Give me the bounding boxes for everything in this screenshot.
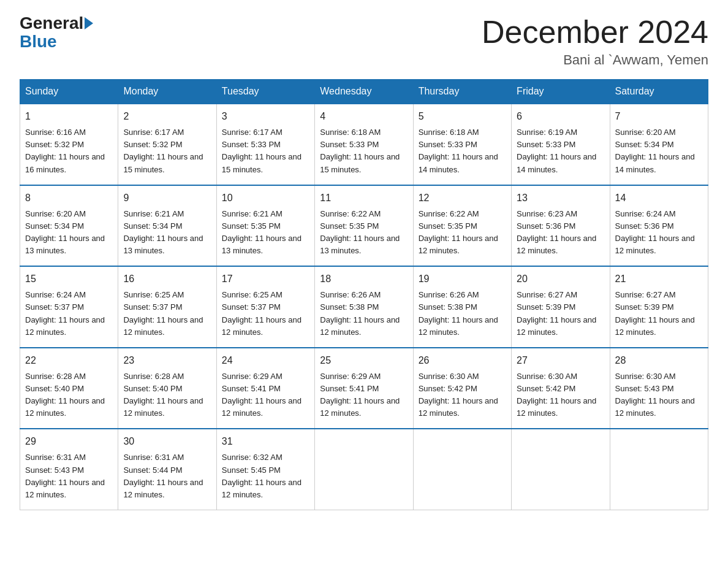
day-number: 31 bbox=[222, 434, 309, 449]
day-number: 10 bbox=[222, 191, 309, 205]
day-number: 17 bbox=[222, 272, 309, 286]
calendar-day-cell: 4 Sunrise: 6:18 AMSunset: 5:33 PMDayligh… bbox=[315, 104, 413, 185]
calendar-week-row: 8 Sunrise: 6:20 AMSunset: 5:34 PMDayligh… bbox=[20, 185, 708, 267]
calendar-day-cell: 10 Sunrise: 6:21 AMSunset: 5:35 PMDaylig… bbox=[216, 185, 314, 267]
title-area: December 2024 Bani al `Awwam, Yemen bbox=[482, 15, 708, 68]
day-info: Sunrise: 6:24 AMSunset: 5:36 PMDaylight:… bbox=[615, 209, 695, 255]
day-number: 4 bbox=[320, 109, 408, 124]
day-info: Sunrise: 6:31 AMSunset: 5:43 PMDaylight:… bbox=[25, 453, 105, 499]
calendar-day-cell bbox=[315, 429, 413, 510]
day-info: Sunrise: 6:25 AMSunset: 5:37 PMDaylight:… bbox=[222, 290, 301, 336]
day-info: Sunrise: 6:32 AMSunset: 5:45 PMDaylight:… bbox=[222, 453, 301, 499]
weekday-header-tuesday: Tuesday bbox=[216, 80, 314, 104]
weekday-header-monday: Monday bbox=[118, 80, 216, 104]
logo: General Blue bbox=[20, 15, 94, 52]
calendar-day-cell: 15 Sunrise: 6:24 AMSunset: 5:37 PMDaylig… bbox=[20, 266, 118, 348]
day-info: Sunrise: 6:20 AMSunset: 5:34 PMDaylight:… bbox=[25, 209, 105, 255]
day-info: Sunrise: 6:23 AMSunset: 5:36 PMDaylight:… bbox=[517, 209, 596, 255]
day-number: 28 bbox=[615, 353, 703, 368]
logo-blue-text: Blue bbox=[20, 32, 57, 52]
day-info: Sunrise: 6:31 AMSunset: 5:44 PMDaylight:… bbox=[123, 453, 203, 499]
day-info: Sunrise: 6:17 AMSunset: 5:33 PMDaylight:… bbox=[222, 128, 301, 174]
calendar-day-cell: 29 Sunrise: 6:31 AMSunset: 5:43 PMDaylig… bbox=[20, 429, 118, 510]
calendar-week-row: 29 Sunrise: 6:31 AMSunset: 5:43 PMDaylig… bbox=[20, 429, 708, 510]
day-number: 8 bbox=[25, 191, 113, 205]
day-info: Sunrise: 6:21 AMSunset: 5:35 PMDaylight:… bbox=[222, 209, 301, 255]
calendar-day-cell: 9 Sunrise: 6:21 AMSunset: 5:34 PMDayligh… bbox=[118, 185, 216, 267]
calendar-week-row: 15 Sunrise: 6:24 AMSunset: 5:37 PMDaylig… bbox=[20, 266, 708, 348]
day-info: Sunrise: 6:18 AMSunset: 5:33 PMDaylight:… bbox=[320, 128, 400, 174]
weekday-header-friday: Friday bbox=[512, 80, 610, 104]
calendar-day-cell bbox=[610, 429, 708, 510]
calendar-day-cell: 8 Sunrise: 6:20 AMSunset: 5:34 PMDayligh… bbox=[20, 185, 118, 267]
calendar-day-cell: 31 Sunrise: 6:32 AMSunset: 5:45 PMDaylig… bbox=[216, 429, 314, 510]
calendar-day-cell: 22 Sunrise: 6:28 AMSunset: 5:40 PMDaylig… bbox=[20, 348, 118, 429]
day-number: 24 bbox=[222, 353, 309, 368]
logo-arrow-icon bbox=[85, 17, 93, 29]
day-number: 11 bbox=[320, 191, 408, 205]
calendar-day-cell: 20 Sunrise: 6:27 AMSunset: 5:39 PMDaylig… bbox=[512, 266, 610, 348]
day-number: 25 bbox=[320, 353, 408, 368]
day-number: 26 bbox=[419, 353, 506, 368]
calendar-day-cell: 30 Sunrise: 6:31 AMSunset: 5:44 PMDaylig… bbox=[118, 429, 216, 510]
calendar-day-cell: 18 Sunrise: 6:26 AMSunset: 5:38 PMDaylig… bbox=[315, 266, 413, 348]
calendar-day-cell: 5 Sunrise: 6:18 AMSunset: 5:33 PMDayligh… bbox=[413, 104, 511, 185]
calendar-week-row: 22 Sunrise: 6:28 AMSunset: 5:40 PMDaylig… bbox=[20, 348, 708, 429]
day-info: Sunrise: 6:30 AMSunset: 5:43 PMDaylight:… bbox=[615, 372, 695, 418]
day-info: Sunrise: 6:22 AMSunset: 5:35 PMDaylight:… bbox=[320, 209, 400, 255]
logo-general-text: General bbox=[20, 15, 83, 32]
location-subtitle: Bani al `Awwam, Yemen bbox=[482, 52, 708, 68]
weekday-header-sunday: Sunday bbox=[20, 80, 118, 104]
day-number: 30 bbox=[123, 434, 211, 449]
weekday-header-thursday: Thursday bbox=[413, 80, 511, 104]
calendar-day-cell bbox=[413, 429, 511, 510]
day-info: Sunrise: 6:27 AMSunset: 5:39 PMDaylight:… bbox=[615, 290, 695, 336]
calendar-day-cell: 13 Sunrise: 6:23 AMSunset: 5:36 PMDaylig… bbox=[512, 185, 610, 267]
weekday-header-wednesday: Wednesday bbox=[315, 80, 413, 104]
day-info: Sunrise: 6:30 AMSunset: 5:42 PMDaylight:… bbox=[419, 372, 498, 418]
calendar-day-cell: 25 Sunrise: 6:29 AMSunset: 5:41 PMDaylig… bbox=[315, 348, 413, 429]
day-number: 2 bbox=[123, 109, 211, 124]
calendar-day-cell: 16 Sunrise: 6:25 AMSunset: 5:37 PMDaylig… bbox=[118, 266, 216, 348]
calendar-day-cell: 2 Sunrise: 6:17 AMSunset: 5:32 PMDayligh… bbox=[118, 104, 216, 185]
day-number: 20 bbox=[517, 272, 604, 286]
calendar-day-cell: 26 Sunrise: 6:30 AMSunset: 5:42 PMDaylig… bbox=[413, 348, 511, 429]
day-info: Sunrise: 6:27 AMSunset: 5:39 PMDaylight:… bbox=[517, 290, 596, 336]
day-number: 23 bbox=[123, 353, 211, 368]
day-number: 1 bbox=[25, 109, 113, 124]
calendar-day-cell: 23 Sunrise: 6:28 AMSunset: 5:40 PMDaylig… bbox=[118, 348, 216, 429]
calendar-table: SundayMondayTuesdayWednesdayThursdayFrid… bbox=[20, 79, 708, 510]
calendar-day-cell: 27 Sunrise: 6:30 AMSunset: 5:42 PMDaylig… bbox=[512, 348, 610, 429]
day-number: 9 bbox=[123, 191, 211, 205]
day-info: Sunrise: 6:28 AMSunset: 5:40 PMDaylight:… bbox=[25, 372, 105, 418]
day-info: Sunrise: 6:20 AMSunset: 5:34 PMDaylight:… bbox=[615, 128, 695, 174]
day-info: Sunrise: 6:26 AMSunset: 5:38 PMDaylight:… bbox=[320, 290, 400, 336]
day-info: Sunrise: 6:29 AMSunset: 5:41 PMDaylight:… bbox=[222, 372, 301, 418]
day-number: 19 bbox=[419, 272, 506, 286]
day-number: 12 bbox=[419, 191, 506, 205]
day-number: 16 bbox=[123, 272, 211, 286]
calendar-day-cell bbox=[512, 429, 610, 510]
day-info: Sunrise: 6:28 AMSunset: 5:40 PMDaylight:… bbox=[123, 372, 203, 418]
calendar-day-cell: 1 Sunrise: 6:16 AMSunset: 5:32 PMDayligh… bbox=[20, 104, 118, 185]
calendar-day-cell: 24 Sunrise: 6:29 AMSunset: 5:41 PMDaylig… bbox=[216, 348, 314, 429]
calendar-day-cell: 14 Sunrise: 6:24 AMSunset: 5:36 PMDaylig… bbox=[610, 185, 708, 267]
day-number: 7 bbox=[615, 109, 703, 124]
day-number: 6 bbox=[517, 109, 604, 124]
weekday-header-row: SundayMondayTuesdayWednesdayThursdayFrid… bbox=[20, 80, 708, 104]
day-number: 27 bbox=[517, 353, 604, 368]
day-number: 5 bbox=[419, 109, 506, 124]
calendar-day-cell: 3 Sunrise: 6:17 AMSunset: 5:33 PMDayligh… bbox=[216, 104, 314, 185]
day-info: Sunrise: 6:21 AMSunset: 5:34 PMDaylight:… bbox=[123, 209, 203, 255]
calendar-day-cell: 19 Sunrise: 6:26 AMSunset: 5:38 PMDaylig… bbox=[413, 266, 511, 348]
day-number: 3 bbox=[222, 109, 309, 124]
day-info: Sunrise: 6:26 AMSunset: 5:38 PMDaylight:… bbox=[419, 290, 498, 336]
calendar-day-cell: 12 Sunrise: 6:22 AMSunset: 5:35 PMDaylig… bbox=[413, 185, 511, 267]
day-info: Sunrise: 6:22 AMSunset: 5:35 PMDaylight:… bbox=[419, 209, 498, 255]
day-info: Sunrise: 6:16 AMSunset: 5:32 PMDaylight:… bbox=[25, 128, 105, 174]
day-info: Sunrise: 6:24 AMSunset: 5:37 PMDaylight:… bbox=[25, 290, 105, 336]
day-number: 22 bbox=[25, 353, 113, 368]
day-number: 14 bbox=[615, 191, 703, 205]
day-number: 29 bbox=[25, 434, 113, 449]
day-info: Sunrise: 6:29 AMSunset: 5:41 PMDaylight:… bbox=[320, 372, 400, 418]
